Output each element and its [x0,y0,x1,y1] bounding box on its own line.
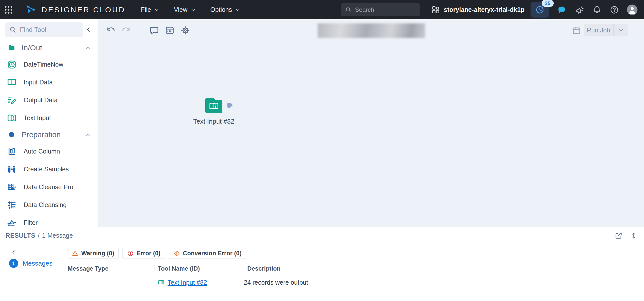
messages-label: Messages [23,260,53,267]
undo-button[interactable] [105,25,116,36]
chevron-up-icon [85,132,91,138]
redo-button[interactable] [121,25,132,36]
messages-count-badge: 1 [9,259,18,268]
version-history-button[interactable]: 25 [531,2,549,18]
tool-item-data-cleanse-pro[interactable]: Data Cleanse Pro [0,178,98,196]
results-body: 1 Messages Warning (0) [0,244,644,301]
tool-palette: In/Out DateTimeNow I [0,19,98,227]
tool-item-data-cleansing[interactable]: Data Cleansing [0,196,98,214]
filter-icon [6,218,18,227]
apps-grid-icon [4,5,14,15]
tool-item-label: Output Data [24,96,58,104]
results-title: RESULTS [6,232,35,239]
section-in-out[interactable]: In/Out [0,40,98,56]
column-header-tool-name: Tool Name (ID) [154,265,244,272]
section-label: In/Out [22,43,85,52]
run-job-dropdown-button[interactable] [613,24,628,36]
table-header-row: Message Type Tool Name (ID) Description [67,262,644,275]
user-avatar[interactable] [627,5,637,15]
error-icon [127,250,134,257]
filter-error[interactable]: Error (0) [123,248,165,259]
messages-table: Message Type Tool Name (ID) Description [67,262,644,301]
tool-item-label: Filter [24,219,38,226]
resize-panel-icon[interactable] [630,231,637,240]
cell-tool-name: Text Input #82 [154,279,244,286]
menu-options[interactable]: Options [210,6,240,13]
main-area: In/Out DateTimeNow I [0,19,644,227]
redacted-workflow-title [318,23,425,38]
results-header: RESULTS / 1 Message [0,227,644,244]
run-job-button[interactable]: Run Job [584,24,613,36]
tool-item-datetimenow[interactable]: DateTimeNow [0,56,98,73]
help-button[interactable] [610,5,619,15]
menu-file[interactable]: File [141,6,159,13]
collapse-palette-button[interactable] [83,24,94,35]
person-icon [627,5,637,15]
tool-name-link[interactable]: Text Input #82 [168,279,207,286]
chevron-down-icon [154,7,159,12]
tool-item-auto-column[interactable]: Auto Column [0,142,98,160]
output-data-icon [6,95,18,105]
menu-options-label: Options [210,6,232,13]
find-tool-search[interactable] [5,22,83,37]
announcements-button[interactable] [574,5,584,15]
create-samples-icon [6,164,18,174]
schedule-button[interactable] [571,25,582,36]
search-input[interactable] [355,6,416,13]
workflow-node-text-input[interactable]: Text Input #82 [204,97,223,114]
text-input-node-icon [204,97,223,114]
node-output-anchor[interactable] [227,102,233,109]
chevron-down-icon [235,7,240,12]
global-search[interactable] [341,3,420,16]
tool-item-label: Input Data [24,79,53,86]
chevron-down-icon [191,7,196,12]
brand-name: DESIGNER CLOUD [42,6,125,14]
find-tool-input[interactable] [20,26,79,34]
open-in-new-window-icon[interactable] [614,231,623,240]
data-cleanse-pro-icon [6,182,18,192]
app-launcher-button[interactable] [0,0,17,19]
bell-icon [592,5,602,15]
section-preparation[interactable]: Preparation [0,127,98,142]
collapse-rail-button[interactable] [9,247,19,257]
notifications-button[interactable] [592,5,602,15]
column-header-message-type: Message Type [67,265,154,272]
menubar: File View Options [141,6,240,13]
workspace-grid-icon [431,6,440,14]
menu-view-label: View [174,6,187,13]
find-tool-row [0,19,98,40]
megaphone-icon [574,5,584,15]
search-icon [345,7,352,13]
tool-item-input-data[interactable]: Input Data [0,73,98,91]
results-rail: 1 Messages [0,244,64,301]
tool-item-label: Text Input [24,114,51,122]
results-message-count: 1 Message [42,232,73,239]
toolbar-divider [141,23,141,37]
rail-item-messages[interactable]: 1 Messages [9,259,53,268]
column-header-description: Description [244,265,644,272]
menu-view[interactable]: View [174,6,196,13]
workspace-switcher[interactable]: storylane-alteryx-trial-dk1p [431,6,525,14]
brand-logo[interactable]: DESIGNER CLOUD [25,5,125,15]
text-input-icon [6,113,18,123]
comment-button[interactable] [149,25,160,36]
filter-label: Warning (0) [81,250,114,257]
notification-count-badge: 25 [542,0,554,7]
tool-item-text-input[interactable]: Text Input [0,109,98,127]
auto-column-icon [6,146,18,157]
data-cleansing-icon [6,200,18,210]
filter-label: Error (0) [137,250,160,257]
section-label: Preparation [22,130,85,139]
filter-conversion-error[interactable]: Conversion Error (0) [169,248,246,259]
workflow-canvas[interactable]: Run Job Tex [98,19,644,227]
designer-cloud-app: DESIGNER CLOUD File View Options [0,0,644,301]
tool-item-label: Create Samples [24,166,69,173]
tool-item-output-data[interactable]: Output Data [0,91,98,109]
filter-warning[interactable]: Warning (0) [67,248,119,259]
tool-item-create-samples[interactable]: Create Samples [0,160,98,178]
tool-item-filter[interactable]: Filter [0,214,98,227]
tool-container-button[interactable] [164,25,175,36]
search-icon [9,26,17,33]
chat-button[interactable] [557,5,567,15]
settings-button[interactable] [180,25,191,36]
